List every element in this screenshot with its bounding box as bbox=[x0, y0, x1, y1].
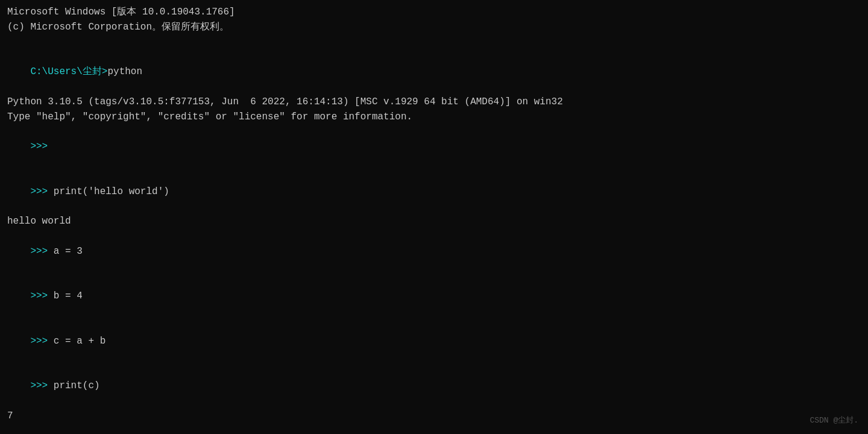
py-c-command: c = a + b bbox=[54, 336, 105, 347]
py-help-line: Type "help", "copyright", "credits" or "… bbox=[7, 110, 861, 125]
py-printc-line: >>> print(c) bbox=[7, 363, 861, 408]
copyright-line: (c) Microsoft Corporation。保留所有权利。 bbox=[7, 20, 861, 35]
py-printc-command: print(c) bbox=[54, 380, 100, 391]
cmd-prompt-python: C:\Users\尘封> bbox=[30, 66, 107, 77]
py-print-command: print('hello world') bbox=[54, 186, 169, 197]
py-a-command: a = 3 bbox=[54, 246, 83, 257]
empty-line-1 bbox=[7, 35, 861, 50]
terminal-window: Microsoft Windows [版本 10.0.19043.1766] (… bbox=[0, 0, 868, 434]
win-version-line: Microsoft Windows [版本 10.0.19043.1766] bbox=[7, 5, 861, 20]
watermark: CSDN @尘封. bbox=[810, 415, 858, 426]
py-prompt-printc: >>> bbox=[30, 380, 53, 391]
py-prompt-1: >>> bbox=[30, 186, 53, 197]
seven-output-line: 7 bbox=[7, 409, 861, 424]
py-exit-line: >>> exit() bbox=[7, 423, 861, 434]
cmd-python-command: python bbox=[107, 66, 142, 77]
py-a-line: >>> a = 3 bbox=[7, 229, 861, 274]
cmd-python-line: C:\Users\尘封>python bbox=[7, 49, 861, 94]
py-print-line: >>> print('hello world') bbox=[7, 169, 861, 214]
py-prompt-a: >>> bbox=[30, 246, 53, 257]
py-b-command: b = 4 bbox=[54, 291, 83, 301]
py-version-line: Python 3.10.5 (tags/v3.10.5:f377153, Jun… bbox=[7, 95, 861, 110]
py-prompt-b: >>> bbox=[30, 291, 53, 301]
py-prompt-empty: >>> bbox=[30, 141, 53, 152]
py-c-line: >>> c = a + b bbox=[7, 319, 861, 363]
hello-output-line: hello world bbox=[7, 214, 861, 229]
py-prompt-c: >>> bbox=[30, 336, 53, 347]
py-empty-prompt-line: >>> bbox=[7, 124, 861, 169]
py-b-line: >>> b = 4 bbox=[7, 274, 861, 318]
